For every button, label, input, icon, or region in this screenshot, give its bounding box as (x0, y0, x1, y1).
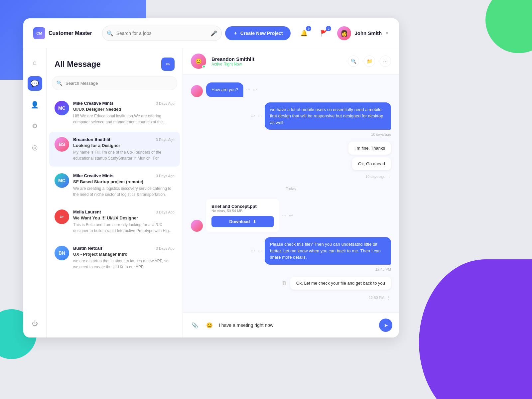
sidebar-item-settings[interactable]: ⚙ (28, 119, 42, 133)
compose-icon: ✏ (166, 61, 170, 67)
message-sender: Mike Creative Mints (73, 173, 113, 178)
message-item[interactable]: MC Mike Creative Mints 3 Days Ago SF Bas… (49, 168, 180, 203)
send-button[interactable]: ➤ (379, 319, 392, 332)
chat-more-button[interactable]: ⋯ (380, 56, 391, 67)
chat-messages: How are you? ⋯ ↩ we have a lot of mobile… (183, 74, 399, 313)
user-name: John Smith (354, 30, 382, 36)
reply-icon[interactable]: ↩ (251, 113, 255, 119)
online-indicator (202, 65, 205, 68)
message-timestamp-row: 12:50 PM ⋮ (191, 295, 391, 300)
ellipsis-icon[interactable]: ⋯ (246, 87, 250, 92)
chat-message-input[interactable] (219, 318, 375, 332)
create-project-button[interactable]: ＋ Create New Project (225, 26, 291, 40)
reply-icon[interactable]: ↩ (251, 248, 255, 253)
chat-folder-button[interactable]: 📁 (364, 56, 375, 67)
search-bar[interactable]: 🔍 🎤 (102, 26, 222, 41)
chat-message-row: Brief and Concept.ppt No virus, 50.54 MB… (191, 199, 391, 232)
attach-icon: 📎 (192, 322, 198, 329)
avatar: MC (55, 173, 69, 188)
ellipsis-icon[interactable]: ⋯ (258, 113, 262, 118)
reply-icon[interactable]: ↩ (289, 213, 293, 218)
avatar: MC (55, 101, 69, 115)
message-search-input[interactable] (52, 76, 177, 90)
messages-icon: 💬 (31, 79, 39, 87)
reply-bubble: Ok, Go ahead (352, 157, 391, 170)
emoji-button[interactable]: 😊 (204, 320, 215, 331)
help-icon: ◎ (32, 143, 38, 151)
compose-button[interactable]: ✏ (161, 58, 175, 71)
message-sender: Bustin Netcalf (73, 246, 102, 251)
notifications-button[interactable]: 🔔 9 (297, 27, 311, 40)
plus-icon: ＋ (233, 30, 238, 36)
message-content: Mella Laurent 3 Days Ago We Want You !!!… (73, 209, 175, 234)
bg-decoration-purple (419, 259, 532, 399)
download-label: Download (229, 219, 250, 224)
download-icon: ⬇ (253, 219, 256, 224)
logo-badge: CM (33, 27, 45, 39)
message-subject: We Want You !!! UI/UX Designer (73, 215, 175, 220)
message-bubble: Please check this file? Then you can und… (265, 237, 391, 265)
sidebar-item-home[interactable]: ⌂ (28, 55, 42, 69)
chat-contact-name: Breandon Smithlit (211, 56, 342, 62)
msg-search-icon: 🔍 (57, 80, 62, 86)
user-profile-area[interactable]: 👩 John Smith ▼ (337, 26, 389, 40)
panel-header: All Message ✏ (47, 48, 183, 76)
message-bubble: How are you? (206, 82, 243, 97)
more-icon: ⋯ (383, 59, 388, 64)
more-icon[interactable]: ⋮ (387, 174, 391, 179)
sidebar-item-help[interactable]: ◎ (28, 140, 42, 155)
chat-contact-status: Active Right Now (211, 62, 342, 66)
message-subject: Looking for a Designer (73, 143, 175, 148)
message-sender: Breandon Smithlit (73, 137, 110, 142)
avatar: BS (55, 137, 69, 152)
file-name: Brief and Concept.ppt (211, 204, 274, 209)
alerts-button[interactable]: 🚩 2 (317, 27, 331, 40)
panel-title: All Message (55, 60, 101, 69)
message-preview: we are a startup that is about to launch… (73, 258, 175, 270)
message-group: How are you? ⋯ ↩ (206, 82, 257, 97)
message-time: 3 Days Ago (156, 101, 175, 105)
message-item[interactable]: BS Breandon Smithlit 3 Days Ago Looking … (49, 132, 180, 167)
message-content: Breandon Smithlit 3 Days Ago Looking for… (73, 137, 175, 161)
message-search[interactable]: 🔍 (52, 76, 177, 90)
bg-decoration-green (485, 0, 532, 53)
reply-icon[interactable]: ↩ (253, 87, 257, 92)
mic-icon: 🎤 (210, 30, 217, 36)
message-list: MC Mike Creative Mints 3 Days Ago UI/UX … (47, 95, 183, 337)
message-item[interactable]: MC Mike Creative Mints 3 Days Ago UI/UX … (49, 95, 180, 130)
chat-message-row: 🗑 Ok, Let me check your file and get bac… (191, 277, 391, 290)
emoji-icon: 😊 (206, 322, 213, 329)
message-time: 12:50 PM (369, 296, 384, 300)
chat-msg-avatar (191, 220, 203, 232)
message-time: 10 days ago ⋮ (365, 174, 391, 179)
message-preview: My name is Till, I'm one of the Co-Found… (73, 149, 175, 161)
chat-message-row: Please check this file? Then you can und… (191, 237, 391, 271)
reply-bubble: I m fine, Thanks (348, 142, 391, 155)
sidebar-item-logout[interactable]: ⏻ (28, 316, 42, 331)
user-avatar: 👩 (337, 26, 351, 40)
messages-panel: All Message ✏ 🔍 MC Mike Creative Mints 3… (47, 48, 183, 337)
settings-icon: ⚙ (32, 122, 38, 130)
chat-msg-avatar (191, 85, 203, 97)
trash-icon[interactable]: 🗑 (282, 280, 287, 286)
home-icon: ⌂ (33, 59, 37, 66)
message-item[interactable]: BN Bustin Netcalf 3 Days Ago UX - Projec… (49, 240, 180, 275)
body-area: ⌂ 💬 👤 ⚙ ◎ ⏻ All Message ✏ (23, 48, 399, 337)
folder-icon: 📁 (367, 59, 372, 64)
sidebar-item-messages[interactable]: 💬 (28, 76, 42, 91)
message-item[interactable]: in Mella Laurent 3 Days Ago We Want You … (49, 204, 180, 239)
ellipsis-icon[interactable]: ⋯ (282, 213, 286, 218)
ellipsis-icon[interactable]: ⋯ (258, 248, 262, 253)
chat-search-button[interactable]: 🔍 (348, 56, 359, 67)
attach-button[interactable]: 📎 (190, 320, 200, 331)
message-group: Please check this file? Then you can und… (251, 237, 391, 271)
message-time: 12:45 PM (375, 267, 391, 271)
notifications-badge: 9 (306, 26, 311, 31)
avatar: BN (55, 246, 69, 260)
search-input[interactable] (102, 26, 222, 41)
chat-input-area: 📎 😊 ➤ (183, 313, 399, 337)
file-attachment: Brief and Concept.ppt No virus, 50.54 MB… (206, 199, 279, 232)
sidebar-item-profile[interactable]: 👤 (28, 97, 42, 112)
more-icon[interactable]: ⋮ (386, 295, 391, 300)
download-button[interactable]: Download ⬇ (211, 216, 274, 227)
